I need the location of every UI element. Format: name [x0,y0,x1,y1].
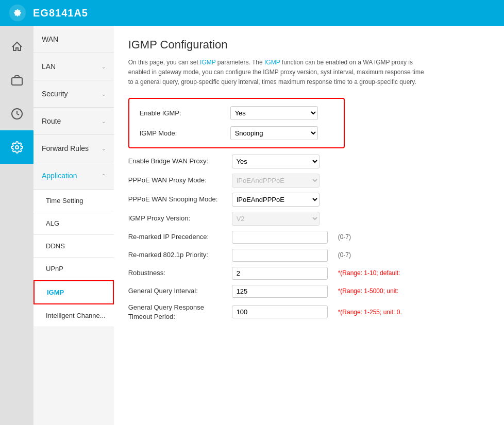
pppoe-wan-proxy-mode-row: PPPoE WAN Proxy Mode: IPoEAndPPPoE PPPoE… [128,174,490,188]
icon-home[interactable] [0,30,33,63]
sub-nav-upnp[interactable]: UPnP [33,258,114,280]
pppoe-wan-snooping-mode-label: PPPoE WAN Snooping Mode: [128,195,224,204]
enable-bridge-wan-select[interactable]: Yes No [232,155,320,168]
general-query-response-timeout-label: General Query Response Timeout Period: [128,303,224,321]
sidebar: WAN LAN ⌄ Security ⌄ Route ⌄ Forward Rul… [0,26,114,425]
icon-briefcase[interactable] [0,63,33,97]
main-layout: WAN LAN ⌄ Security ⌄ Route ⌄ Forward Rul… [0,26,504,425]
nav-item-wan[interactable]: WAN [33,26,114,53]
general-query-interval-hint: *(Range: 1-5000; unit: [338,287,398,295]
igmp-proxy-version-label: IGMP Proxy Version: [128,214,224,223]
igmp-link-2: IGMP [264,59,280,66]
chevron-down-icon: ⌄ [102,118,106,124]
enable-igmp-select[interactable]: Yes No [230,106,318,120]
header: EG8141A5 [0,0,504,26]
sub-nav-time-setting[interactable]: Time Setting [33,190,114,212]
sub-nav-alg[interactable]: ALG [33,212,114,235]
remarked-ip-precedence-row: Re-marked IP Precedence: (0-7) [128,231,490,244]
huawei-logo [8,4,27,22]
page-title: IGMP Configuration [128,38,490,52]
igmp-mode-select[interactable]: Snooping Proxy [230,126,318,140]
general-query-response-timeout-row: General Query Response Timeout Period: *… [128,303,490,321]
chevron-down-icon: ⌄ [102,64,106,70]
enable-bridge-wan-row: Enable Bridge WAN Proxy: Yes No [128,155,490,168]
remarked-8021p-row: Re-marked 802.1p Priority: (0-7) [128,249,490,262]
general-query-interval-label: General Query Interval: [128,286,224,296]
igmp-proxy-version-row: IGMP Proxy Version: V2 V3 [128,212,490,226]
general-query-interval-row: General Query Interval: *(Range: 1-5000;… [128,285,490,298]
sub-nav-intelligent-channel[interactable]: Intelligent Channe... [33,304,114,327]
remarked-8021p-label: Re-marked 802.1p Priority: [128,250,224,260]
content-area: IGMP Configuration On this page, you can… [114,26,504,425]
remarked-ip-precedence-input[interactable] [232,231,328,244]
remarked-ip-hint: (0-7) [338,233,351,241]
robustness-label: Robustness: [128,268,224,278]
app-title: EG8141A5 [33,7,88,19]
nav-label-security: Security [42,90,68,98]
general-query-response-hint: *(Range: 1-255; unit: 0. [338,309,402,316]
nav-item-application[interactable]: Application ⌃ [33,162,114,190]
robustness-hint: *(Range: 1-10; default: [338,269,400,277]
igmp-highlighted-config: Enable IGMP: Yes No IGMP Mode: Snooping … [128,98,345,148]
svg-rect-5 [12,78,22,85]
robustness-row: Robustness: *(Range: 1-10; default: [128,267,490,280]
remarked-8021p-hint: (0-7) [338,251,351,259]
nav-item-forward-rules[interactable]: Forward Rules ⌄ [33,135,114,162]
remarked-ip-precedence-label: Re-marked IP Precedence: [128,232,224,242]
igmp-link-1: IGMP [200,59,215,66]
page-description: On this page, you can set IGMP parameter… [128,58,427,88]
pppoe-wan-proxy-mode-select[interactable]: IPoEAndPPPoE PPPoE IPoE [232,174,320,188]
igmp-mode-label: IGMP Mode: [140,129,222,137]
sub-nav-ddns[interactable]: DDNS [33,235,114,258]
chevron-up-icon: ⌃ [102,173,106,179]
icon-clock[interactable] [0,97,33,130]
enable-bridge-wan-label: Enable Bridge WAN Proxy: [128,157,224,166]
chevron-down-icon: ⌄ [102,146,106,151]
sub-nav-igmp[interactable]: IGMP [33,280,114,304]
remarked-8021p-input[interactable] [232,249,328,262]
pppoe-wan-proxy-mode-label: PPPoE WAN Proxy Mode: [128,176,224,185]
pppoe-wan-snooping-mode-select[interactable]: IPoEAndPPPoE PPPoE IPoE [232,193,320,207]
nav-column: WAN LAN ⌄ Security ⌄ Route ⌄ Forward Rul… [33,26,114,425]
svg-point-7 [15,146,19,149]
icon-gear[interactable] [0,130,33,164]
chevron-down-icon: ⌄ [102,91,106,97]
nav-label-wan: WAN [42,35,58,43]
nav-label-route: Route [42,117,61,125]
igmp-mode-row: IGMP Mode: Snooping Proxy [140,126,333,140]
nav-item-security[interactable]: Security ⌄ [33,80,114,108]
igmp-proxy-version-select[interactable]: V2 V3 [232,212,320,226]
nav-label-application: Application [42,172,77,180]
nav-label-forward-rules: Forward Rules [42,144,89,152]
nav-label-lan: LAN [42,62,56,71]
general-query-interval-input[interactable] [232,285,328,298]
enable-igmp-row: Enable IGMP: Yes No [140,106,333,120]
robustness-input[interactable] [232,267,328,280]
icon-bar [0,26,33,425]
nav-item-route[interactable]: Route ⌄ [33,108,114,135]
general-query-response-timeout-input[interactable] [232,305,328,318]
pppoe-wan-snooping-mode-row: PPPoE WAN Snooping Mode: IPoEAndPPPoE PP… [128,193,490,207]
enable-igmp-label: Enable IGMP: [140,109,222,117]
nav-item-lan[interactable]: LAN ⌄ [33,53,114,80]
